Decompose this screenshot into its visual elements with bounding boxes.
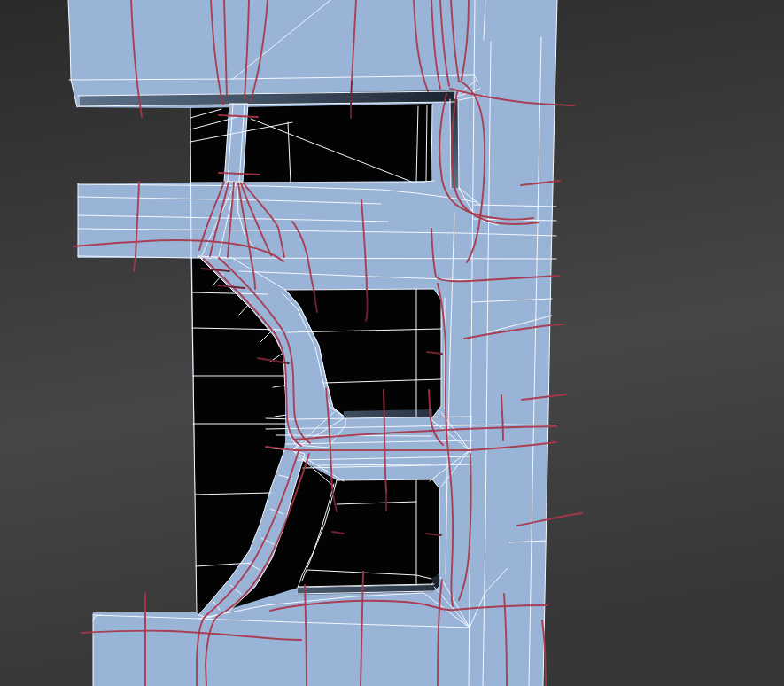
spline-curve-dim[interactable] xyxy=(351,82,352,118)
viewport-gap-top-window xyxy=(74,107,190,184)
mesh-faces-layer[interactable] xyxy=(68,0,557,686)
viewport-canvas[interactable] xyxy=(0,0,784,686)
viewport[interactable] xyxy=(0,0,784,686)
viewport-gap-mid-left xyxy=(71,258,197,612)
